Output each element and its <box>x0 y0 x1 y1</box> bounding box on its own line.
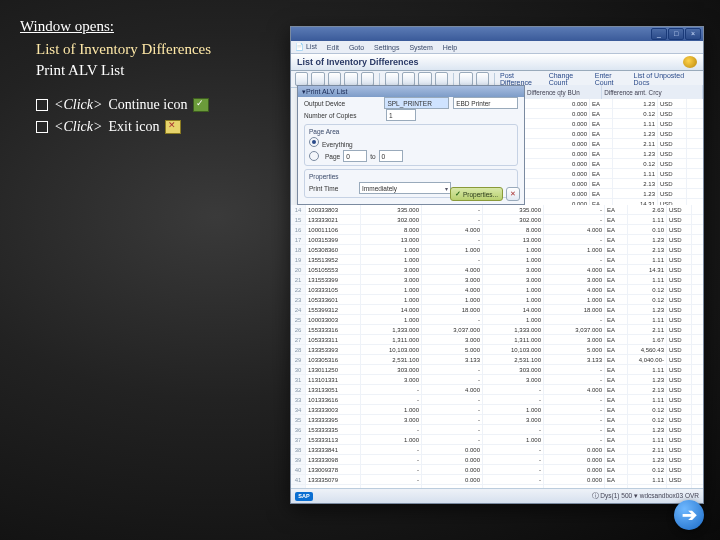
table-row[interactable]: 201051055533.0004.0003.0004.000EA14.31US… <box>291 265 703 275</box>
table-row[interactable]: 191355139521.000-1.000-EA1.11USD <box>291 255 703 265</box>
print-time-label: Print Time <box>309 185 355 192</box>
table-row[interactable]: 0.000EA1.23USD <box>525 189 703 199</box>
table-row[interactable]: 0.000EA0.12USD <box>525 159 703 169</box>
copies-label: Number of Copies <box>304 112 382 119</box>
step-exit: <Click> Exit icon <box>36 119 280 135</box>
table-row[interactable]: 39133333098-0.000-0.000EA1.23USD <box>291 455 703 465</box>
table-row[interactable]: 371533331131.000-1.000-EA1.11USD <box>291 435 703 445</box>
table-row[interactable]: 251000330031.000-1.000-EA1.11USD <box>291 315 703 325</box>
step-text: Exit icon <box>108 119 159 135</box>
table-row[interactable]: 14100333803335.000-335.000-EA2.63USD <box>291 205 703 215</box>
table-row[interactable]: 40133009378-0.000-0.000EA0.12USD <box>291 465 703 475</box>
enter-count-link[interactable]: Enter Count <box>595 72 631 86</box>
toolbar-icon[interactable] <box>344 72 357 86</box>
window-opens-header: Window opens: <box>20 18 280 35</box>
table-row[interactable]: 161000111068.0004.0008.0004.000EA0.10USD <box>291 225 703 235</box>
table-row[interactable]: 0.000EA1.11USD <box>525 169 703 179</box>
toolbar-separator <box>379 73 380 85</box>
table-row[interactable]: 2813335339310,103.0005.00010,103.0005.00… <box>291 345 703 355</box>
table-row[interactable]: 181053083601.0001.0001.0001.000EA2.13USD <box>291 245 703 255</box>
col-diff-amt[interactable]: Difference amt. Crcy <box>602 85 703 99</box>
action-line: Print ALV List <box>36 62 280 79</box>
toolbar-icon[interactable] <box>418 72 431 86</box>
menu-edit[interactable]: Edit <box>327 44 339 51</box>
table-row[interactable]: 261553333161,333.0003,037.0001,333.0003,… <box>291 325 703 335</box>
sap-badge: SAP <box>295 492 313 501</box>
table-row[interactable]: 341333330031.000-1.000-EA0.12USD <box>291 405 703 415</box>
table-row[interactable]: 15133333021302.000-302.000-EA1.11USD <box>291 215 703 225</box>
toolbar-separator <box>494 73 495 85</box>
table-row[interactable]: 0.000EA0.12USD <box>525 109 703 119</box>
print-dialog: ▾ Print ALV List Output Device SPL_PRINT… <box>297 85 525 205</box>
table-row[interactable]: 231053336011.0001.0001.0001.000EA0.12USD <box>291 295 703 305</box>
continue-button[interactable]: ✓Properties... <box>450 187 503 201</box>
table-row[interactable]: 33101333616----EA1.11USD <box>291 395 703 405</box>
change-count-link[interactable]: Change Count <box>549 72 592 86</box>
grid-header-right: Difference qty BUn Difference amt. Crcy <box>525 85 703 100</box>
data-grid[interactable]: 14100333803335.000-335.000-EA2.63USD1513… <box>291 205 703 489</box>
instruction-panel: Window opens: List of Inventory Differen… <box>20 18 280 141</box>
unposted-docs-link[interactable]: List of Unposted Docs <box>634 72 699 86</box>
window-titlebar: _ □ × <box>291 27 703 41</box>
table-row[interactable]: 291033053162,531.1003.1332,531.1003.133E… <box>291 355 703 365</box>
post-difference-link[interactable]: Post Difference <box>500 72 546 86</box>
menu-system[interactable]: System <box>409 44 432 51</box>
table-row[interactable]: 271053333111,311.0003.0001,311.0003.000E… <box>291 335 703 345</box>
dialog-close-button[interactable]: ✕ <box>506 187 520 201</box>
radio-everything[interactable] <box>309 137 319 147</box>
table-row[interactable]: 36153333335----EA1.23USD <box>291 425 703 435</box>
toolbar-icon[interactable] <box>476 72 489 86</box>
table-row[interactable]: 0.000EA1.23USD <box>525 99 703 109</box>
table-row[interactable]: 351333333953.000-3.000-EA0.12USD <box>291 415 703 425</box>
table-row[interactable]: 32133133051-4.000-4.000EA2.13USD <box>291 385 703 395</box>
properties-title: Properties <box>309 173 513 180</box>
menu-settings[interactable]: Settings <box>374 44 399 51</box>
page-from-input[interactable]: 0 <box>343 150 367 162</box>
table-row[interactable]: 311131013313.000-3.000-EA1.23USD <box>291 375 703 385</box>
next-slide-button[interactable]: ➔ <box>674 500 704 530</box>
toolbar-icon[interactable] <box>402 72 415 86</box>
toolbar-back-icon[interactable] <box>295 72 308 86</box>
page-to-input[interactable]: 0 <box>379 150 403 162</box>
step-continue: <Click> Continue icon <box>36 97 280 113</box>
close-button[interactable]: × <box>685 28 701 40</box>
toolbar-icon[interactable] <box>385 72 398 86</box>
table-row[interactable]: 41133335079-0.000-0.000EA1.11USD <box>291 475 703 485</box>
table-row[interactable]: 0.000EA1.11USD <box>525 119 703 129</box>
maximize-button[interactable]: □ <box>668 28 684 40</box>
col-diff-qty[interactable]: Difference qty BUn <box>525 85 602 99</box>
table-row[interactable]: 221033331051.0004.0001.0004.000EA0.12USD <box>291 285 703 295</box>
copies-input[interactable]: 1 <box>386 109 416 121</box>
menu-goto[interactable]: Goto <box>349 44 364 51</box>
radio-page[interactable] <box>309 151 319 161</box>
menu-bar: 📄 List Edit Goto Settings System Help <box>291 41 703 54</box>
table-row[interactable]: 0.000EA2.11USD <box>525 139 703 149</box>
output-device-input[interactable]: SPL_PRINTER <box>384 97 449 109</box>
table-row[interactable]: 2415539931214.00018.00014.00018.000EA1.2… <box>291 305 703 315</box>
table-row[interactable]: 211315533993.0003.0003.0003.000EA1.11USD <box>291 275 703 285</box>
toolbar-icon[interactable] <box>361 72 374 86</box>
menu-list[interactable]: 📄 List <box>295 43 317 51</box>
menu-help[interactable]: Help <box>443 44 457 51</box>
table-row[interactable]: 0.000EA2.13USD <box>525 179 703 189</box>
toolbar-print-icon[interactable] <box>311 72 324 86</box>
window-title-line: List of Inventory Differences <box>36 41 280 58</box>
toolbar-icon[interactable] <box>328 72 341 86</box>
table-row[interactable]: 30133011250303.000-303.000-EA1.11USD <box>291 365 703 375</box>
toolbar-separator <box>453 73 454 85</box>
toolbar-icon[interactable] <box>435 72 448 86</box>
table-row[interactable]: 0.000EA1.23USD <box>525 129 703 139</box>
table-row[interactable]: 0.000EA1.23USD <box>525 149 703 159</box>
table-row[interactable]: 38133333841-0.000-0.000EA2.11USD <box>291 445 703 455</box>
dialog-title: ▾ Print ALV List <box>298 86 524 97</box>
page-area-title: Page Area <box>309 128 513 135</box>
minimize-button[interactable]: _ <box>651 28 667 40</box>
click-verb: <Click> <box>54 97 102 113</box>
check-icon: ✓ <box>455 190 461 198</box>
arrow-right-icon: ➔ <box>682 504 697 526</box>
table-row[interactable]: 1710031539913.000-13.000-EA1.23USD <box>291 235 703 245</box>
toolbar-icon[interactable] <box>459 72 472 86</box>
screen-title: List of Inventory Differences <box>297 57 419 67</box>
slide: Window opens: List of Inventory Differen… <box>0 0 720 540</box>
print-time-select[interactable]: Immediately▾ <box>359 182 451 194</box>
